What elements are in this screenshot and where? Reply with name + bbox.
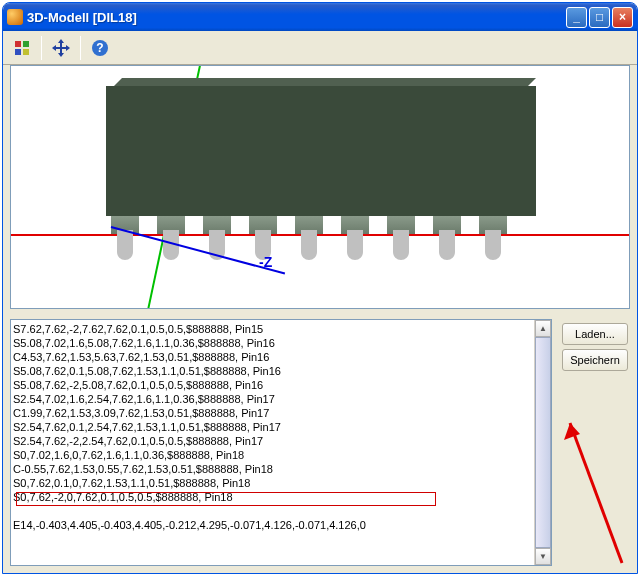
toolbar-separator	[80, 36, 81, 60]
text-line[interactable]: S2.54,7.62,0.1,2.54,7.62,1.53,1.1,0.51,$…	[13, 420, 549, 434]
text-line[interactable]	[13, 504, 549, 518]
lower-panel: S7.62,7.62,-2,7.62,7.62,0.1,0.5,0.5,$888…	[6, 315, 634, 570]
app-icon	[7, 9, 23, 25]
text-editor[interactable]: S7.62,7.62,-2,7.62,7.62,0.1,0.5,0.5,$888…	[10, 319, 552, 566]
pin	[295, 216, 323, 261]
app-window: 3D-Modell [DIL18] _ □ × ?	[2, 2, 638, 574]
svg-rect-0	[15, 41, 21, 47]
svg-rect-3	[23, 49, 29, 55]
toolbar-button-axes-move[interactable]	[48, 35, 74, 61]
scrollbar-vertical[interactable]: ▲ ▼	[534, 320, 551, 565]
svg-marker-6	[58, 39, 64, 43]
scroll-thumb[interactable]	[535, 337, 551, 548]
axes-color-icon	[13, 39, 31, 57]
pin	[479, 216, 507, 261]
scroll-down-button[interactable]: ▼	[535, 548, 551, 565]
pin	[433, 216, 461, 261]
window-title: 3D-Modell [DIL18]	[27, 10, 564, 25]
pin	[111, 216, 139, 261]
help-icon: ?	[91, 39, 109, 57]
minimize-button[interactable]: _	[566, 7, 587, 28]
text-line[interactable]: S5.08,7.62,-2,5.08,7.62,0.1,0.5,0.5,$888…	[13, 378, 549, 392]
text-line[interactable]: E14,-0.403,4.405,-0.403,4.405,-0.212,4.2…	[13, 518, 549, 532]
model-chip	[106, 86, 536, 261]
maximize-button[interactable]: □	[589, 7, 610, 28]
pin	[341, 216, 369, 261]
text-line[interactable]: C1.99,7.62,1.53,3.09,7.62,1.53,0.51,$888…	[13, 406, 549, 420]
toolbar: ?	[3, 31, 637, 65]
scroll-up-button[interactable]: ▲	[535, 320, 551, 337]
load-button[interactable]: Laden...	[562, 323, 628, 345]
viewport-3d[interactable]: -Z	[10, 65, 630, 309]
svg-text:?: ?	[96, 41, 103, 55]
text-line[interactable]: S0,7.62,-2,0,7.62,0.1,0.5,0.5,$888888, P…	[13, 490, 549, 504]
titlebar[interactable]: 3D-Modell [DIL18] _ □ ×	[3, 3, 637, 31]
close-button[interactable]: ×	[612, 7, 633, 28]
content-area: -Z S7.62,7.62,-2,7.62,7.62,0.1,0.5,0.5,$…	[6, 65, 634, 570]
text-line[interactable]: C4.53,7.62,1.53,5.63,7.62,1.53,0.51,$888…	[13, 350, 549, 364]
toolbar-button-axes-color[interactable]	[9, 35, 35, 61]
text-line[interactable]: S5.08,7.62,0.1,5.08,7.62,1.53,1.1,0.51,$…	[13, 364, 549, 378]
text-line[interactable]: S2.54,7.02,1.6,2.54,7.62,1.6,1.1,0.36,$8…	[13, 392, 549, 406]
toolbar-button-help[interactable]: ?	[87, 35, 113, 61]
axis-z-label: -Z	[259, 254, 272, 270]
text-line[interactable]: S0,7.62,0.1,0,7.62,1.53,1.1,0.51,$888888…	[13, 476, 549, 490]
text-line[interactable]: S0,7.02,1.6,0,7.62,1.6,1.1,0.36,$888888,…	[13, 448, 549, 462]
pin	[387, 216, 415, 261]
svg-marker-8	[52, 45, 56, 51]
sidebar: Laden... Speichern	[556, 315, 634, 570]
svg-rect-2	[15, 49, 21, 55]
text-line[interactable]: S5.08,7.02,1.6,5.08,7.62,1.6,1.1,0.36,$8…	[13, 336, 549, 350]
save-button[interactable]: Speichern	[562, 349, 628, 371]
axes-move-icon	[52, 39, 70, 57]
svg-marker-9	[66, 45, 70, 51]
text-line[interactable]: C-0.55,7.62,1.53,0.55,7.62,1.53,0.51,$88…	[13, 462, 549, 476]
text-line[interactable]: S7.62,7.62,-2,7.62,7.62,0.1,0.5,0.5,$888…	[13, 322, 549, 336]
svg-marker-7	[58, 53, 64, 57]
text-line[interactable]: S2.54,7.62,-2,2.54,7.62,0.1,0.5,0.5,$888…	[13, 434, 549, 448]
scroll-track[interactable]	[535, 337, 551, 548]
svg-rect-1	[23, 41, 29, 47]
toolbar-separator	[41, 36, 42, 60]
